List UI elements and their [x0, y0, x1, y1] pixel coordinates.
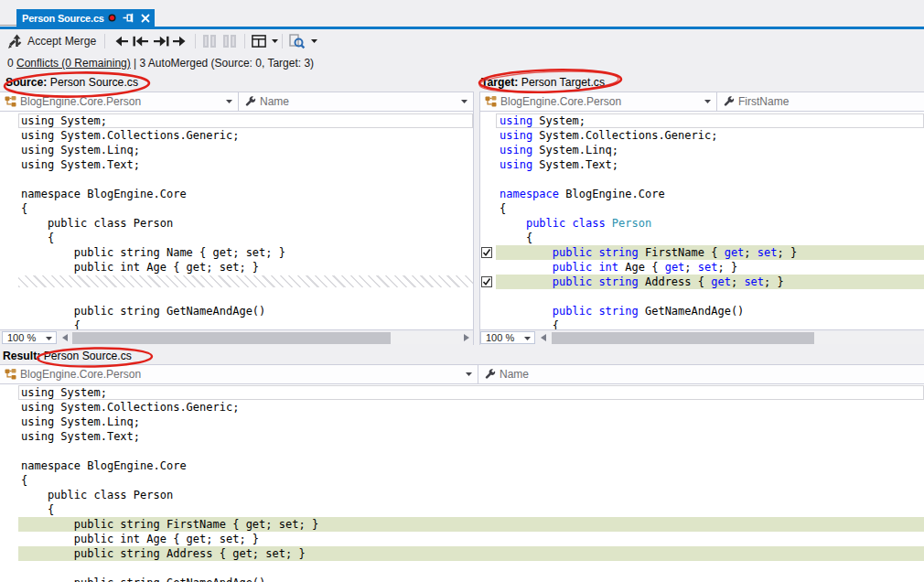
result-type-dropdown[interactable]: BlogEngine.Core.Person [0, 365, 478, 383]
code-line: public string Address { get; set; } [480, 275, 924, 289]
tab-strip: Person Source.cs [0, 0, 924, 29]
previous-change-button[interactable] [115, 29, 129, 53]
code-line: using System.Collections.Generic; [0, 400, 924, 415]
merge-include-checkbox[interactable] [481, 276, 492, 287]
conflicts-link[interactable]: Conflicts (0 Remaining) [16, 57, 131, 70]
next-change-button[interactable] [172, 29, 186, 53]
target-navbar: BlogEngine.Core.Person FirstName [480, 92, 924, 112]
target-filename: Person Target.cs [521, 76, 605, 89]
result-label: Result: [3, 350, 40, 362]
source-scrollrow: 100 % [0, 329, 473, 345]
code-line: using System; [0, 385, 924, 400]
target-member-value: FirstName [738, 95, 789, 108]
horizontal-view-button[interactable] [222, 29, 237, 53]
code-line: public int Age { get; set; } [0, 260, 473, 275]
code-line: using System.Text; [0, 157, 473, 172]
merge-include-checkbox[interactable] [481, 247, 492, 258]
layout-options-button[interactable] [252, 29, 278, 53]
code-line: using System; [480, 113, 924, 128]
target-zoom-dropdown[interactable]: 100 % [480, 331, 535, 344]
vertical-view-button[interactable] [202, 29, 217, 53]
accept-merge-button[interactable]: Accept Merge [7, 29, 96, 53]
document-tab[interactable]: Person Source.cs [16, 9, 155, 27]
merge-status-text: 0 Conflicts (0 Remaining) | 3 AutoMerged… [7, 53, 314, 73]
chevron-down-icon [461, 100, 467, 103]
target-member-dropdown[interactable]: FirstName [717, 92, 924, 111]
code-line: public string FirstName { get; set; } [0, 517, 924, 532]
scroll-left-icon[interactable] [541, 334, 546, 341]
code-line: { [0, 502, 924, 517]
code-line: using System.Collections.Generic; [0, 128, 473, 143]
code-line: public string Name { get; set; } [0, 245, 473, 260]
code-line: public int Age { get; set; } [480, 260, 924, 275]
class-icon [5, 96, 16, 107]
source-filename: Person Source.cs [50, 76, 138, 89]
class-icon [485, 96, 497, 107]
source-pane: BlogEngine.Core.Person Name using System… [0, 92, 474, 345]
chevron-down-icon [524, 337, 531, 340]
chevron-down-icon [704, 100, 711, 103]
target-hscrollbar[interactable] [539, 330, 924, 345]
scroll-thumb[interactable] [72, 332, 391, 344]
tabstrip-baseline [0, 25, 16, 26]
first-change-button[interactable] [133, 29, 149, 53]
chevron-down-icon [226, 100, 232, 103]
result-filename: Person Source.cs [44, 350, 132, 362]
toolbar-separator [104, 34, 105, 48]
result-member-dropdown[interactable]: Name [478, 365, 924, 383]
scroll-thumb[interactable] [552, 332, 814, 344]
source-member-dropdown[interactable]: Name [239, 92, 473, 111]
code-line: namespace BlogEngine.Core [0, 187, 473, 201]
code-line: using System; [0, 113, 473, 128]
close-icon[interactable] [141, 14, 150, 23]
last-change-button[interactable] [153, 29, 169, 53]
code-line: { [0, 231, 473, 245]
pin-icon[interactable] [123, 13, 134, 23]
code-line [0, 561, 924, 576]
toolbar-separator [195, 34, 196, 48]
scroll-left-icon[interactable] [62, 334, 68, 341]
merge-toolbar: Accept Merge [0, 29, 924, 53]
vs-merge-window: { "tab": { "title": "Person Source.cs", … [0, 0, 924, 582]
target-code-area[interactable]: using System;using System.Collections.Ge… [480, 112, 924, 329]
code-line: { [480, 318, 924, 330]
code-line: public string FirstName { get; set; } [480, 245, 924, 260]
target-type-dropdown[interactable]: BlogEngine.Core.Person [480, 92, 717, 111]
code-line: { [0, 201, 473, 216]
source-member-value: Name [260, 95, 289, 108]
dropdown-caret-icon [272, 39, 278, 43]
source-hscrollbar[interactable] [60, 330, 471, 345]
code-line: public class Person [0, 488, 924, 502]
source-navbar: BlogEngine.Core.Person Name [0, 92, 473, 112]
conflict-count: 0 [7, 57, 16, 70]
code-line: using System.Linq; [0, 415, 924, 429]
source-type-dropdown[interactable]: BlogEngine.Core.Person [0, 92, 239, 111]
target-label: Target: [481, 76, 518, 89]
placeholder-hatch-line [0, 275, 473, 289]
code-line: public int Age { get; set; } [0, 532, 924, 546]
code-line [480, 289, 924, 304]
source-zoom-dropdown[interactable]: 100 % [2, 331, 57, 344]
accept-merge-label: Accept Merge [27, 35, 96, 48]
result-header: Result: Person Source.cs [3, 347, 132, 365]
code-line: using System.Text; [0, 429, 924, 444]
result-type-value: BlogEngine.Core.Person [20, 368, 141, 381]
target-scrollrow: 100 % [480, 329, 924, 345]
target-header: Target: Person Target.cs [481, 73, 605, 92]
accept-merge-icon [7, 34, 22, 49]
target-code-lines: using System;using System.Collections.Ge… [480, 113, 924, 330]
scroll-right-icon[interactable] [464, 334, 469, 341]
source-type-value: BlogEngine.Core.Person [20, 95, 141, 108]
code-line: { [480, 201, 924, 216]
source-code-area[interactable]: using System;using System.Collections.Ge… [0, 112, 473, 329]
code-line: public string GetNameAndAge() [480, 304, 924, 318]
source-header: Source: Person Source.cs [5, 73, 138, 92]
code-line: public class Person [0, 216, 473, 231]
code-line [0, 172, 473, 187]
toolbar-separator [244, 34, 245, 48]
code-line: using System.Text; [480, 157, 924, 172]
compare-mode-button[interactable] [289, 29, 317, 53]
tab-title: Person Source.cs [16, 13, 104, 24]
result-code-area[interactable]: using System;using System.Collections.Ge… [0, 384, 924, 582]
code-line: namespace BlogEngine.Core [0, 458, 924, 473]
